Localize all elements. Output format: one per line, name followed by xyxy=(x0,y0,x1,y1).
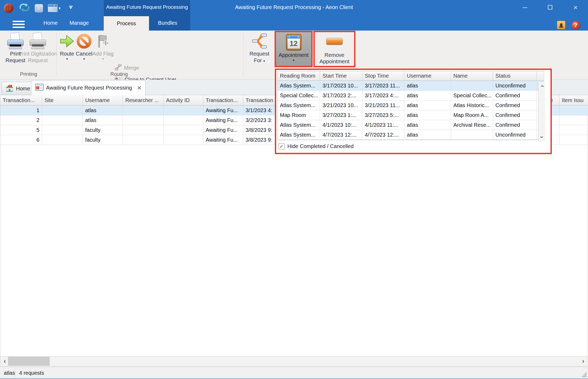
cell xyxy=(123,106,164,115)
notification-icon[interactable] xyxy=(557,21,565,29)
column-header[interactable]: Reading Room xyxy=(278,71,320,81)
cell xyxy=(560,115,588,125)
column-header[interactable]: Username xyxy=(404,71,451,81)
request-for-button[interactable]: Request For ▾ xyxy=(242,32,277,64)
scrollbar-corner[interactable] xyxy=(537,71,544,81)
scroll-right-icon[interactable]: › xyxy=(579,356,587,366)
appointment-calendar-icon: 12 xyxy=(286,34,301,50)
table-row[interactable]: Atlas System...4/1/2023 10:...4/1/2023 1… xyxy=(278,120,544,130)
cell xyxy=(451,81,493,91)
scroll-down-icon[interactable]: › xyxy=(539,133,545,141)
doc-tab-home[interactable]: Home xyxy=(2,82,34,95)
remove-appointment-button[interactable]: Remove Appointment xyxy=(313,31,355,67)
home-icon xyxy=(6,84,14,93)
cell: atlas xyxy=(404,120,451,130)
cell: faculty xyxy=(83,135,123,145)
column-header[interactable]: Researcher ... xyxy=(123,95,164,106)
cell: Map Room xyxy=(278,110,320,120)
tab-manage[interactable]: Manage xyxy=(65,16,93,30)
cell: atlas xyxy=(404,100,451,110)
add-flag-button[interactable]: Add Flag ▾ xyxy=(86,32,120,61)
tab-home[interactable]: Home xyxy=(36,16,65,30)
status-username: atlas xyxy=(4,370,15,376)
appointment-dropdown: Reading RoomStart TimeStop TimeUsernameN… xyxy=(275,69,552,154)
appointment-table: Reading RoomStart TimeStop TimeUsernameN… xyxy=(277,71,544,140)
minimize-button[interactable] xyxy=(517,2,533,13)
route-all-icon[interactable]: » xyxy=(35,4,43,12)
cell: Confirmed xyxy=(493,100,537,110)
cell: 3/17/2023 11... xyxy=(362,81,404,91)
cell: Atlas System... xyxy=(278,130,320,140)
column-header[interactable]: Stop Time xyxy=(362,71,404,81)
column-header[interactable]: Transaction... xyxy=(203,95,243,106)
cell: Unconfirmed xyxy=(493,81,537,91)
cell xyxy=(123,125,164,135)
chevron-down-icon: ▾ xyxy=(263,59,265,63)
cell: Confirmed xyxy=(493,120,537,130)
scroll-left-icon[interactable]: ‹ xyxy=(1,356,9,366)
close-button[interactable]: × xyxy=(568,2,583,13)
column-header[interactable]: Name xyxy=(451,71,493,81)
table-row[interactable]: Atlas System...4/7/2023 12:...4/7/2023 1… xyxy=(278,130,544,140)
refresh-icon[interactable] xyxy=(19,3,30,13)
table-row[interactable]: Atlas System...3/21/2023 10...3/21/2023 … xyxy=(278,100,544,110)
cell: 3/27/2023 5:... xyxy=(362,110,404,120)
column-header[interactable]: Username xyxy=(83,95,123,106)
column-header[interactable]: Start Time xyxy=(320,71,362,81)
scroll-up-icon[interactable]: › xyxy=(539,82,545,90)
horizontal-scrollbar[interactable]: ‹ › xyxy=(0,356,588,366)
cell xyxy=(123,135,164,145)
cell: 4/1/2023 11:... xyxy=(362,120,404,130)
column-header[interactable]: Item Issu xyxy=(560,95,588,106)
cell: Special Collec... xyxy=(451,91,493,100)
cell xyxy=(560,135,588,145)
column-header[interactable]: Activity ID xyxy=(164,95,203,106)
doc-tab-awaiting-future-request-processing[interactable]: A Awaiting Future Request Processing × xyxy=(31,80,146,95)
cell xyxy=(451,130,493,140)
status-bar: atlas 4 requests xyxy=(0,367,588,379)
table-row[interactable]: Atlas System...3/17/2023 10...3/17/2023 … xyxy=(278,81,544,91)
cell: 3/17/2023 4:... xyxy=(362,91,404,100)
help-icon[interactable]: ? xyxy=(571,21,580,30)
svg-text:A: A xyxy=(37,87,38,89)
routing-group-label: Routing xyxy=(101,71,137,77)
chevron-down-icon[interactable]: ▾ xyxy=(59,6,61,11)
tab-bundles[interactable]: Bundles xyxy=(145,16,190,30)
table-row[interactable]: Special Collec...3/17/2023 2:...3/17/202… xyxy=(278,91,544,100)
menu-icon[interactable] xyxy=(13,21,25,30)
cell: Atlas System... xyxy=(278,81,320,91)
cell: Confirmed xyxy=(493,110,537,120)
chevron-down-icon: ▾ xyxy=(83,57,85,61)
qat-customize-icon[interactable] xyxy=(69,6,73,10)
column-header[interactable]: Transaction... xyxy=(0,95,42,106)
cell: Atlas System... xyxy=(278,100,320,110)
vertical-scrollbar[interactable]: › › xyxy=(538,82,545,141)
cell: 3/21/2023 10... xyxy=(320,100,362,110)
cell xyxy=(42,115,83,125)
appointment-button[interactable]: 12 Appointment ▾ xyxy=(275,31,313,67)
column-header[interactable]: Site xyxy=(42,95,83,106)
hide-completed-checkbox[interactable]: ✓ xyxy=(279,144,284,149)
printer-disabled-icon xyxy=(29,32,47,50)
app-logo-icon[interactable] xyxy=(4,3,13,13)
table-row[interactable]: Map Room3/27/2023 1:...3/27/2023 5:...at… xyxy=(278,110,544,120)
resize-grip[interactable] xyxy=(582,373,586,377)
cell xyxy=(164,125,203,135)
open-form-icon[interactable] xyxy=(48,4,57,12)
cell: 3/17/2023 10... xyxy=(320,81,362,91)
cell: atlas xyxy=(83,115,123,125)
cell: atlas xyxy=(404,81,451,91)
request-for-icon xyxy=(252,32,267,50)
request-form-icon: A xyxy=(35,84,44,92)
cell xyxy=(42,125,83,135)
close-tab-icon[interactable]: × xyxy=(137,85,141,91)
tab-process[interactable]: Process xyxy=(104,16,149,31)
maximize-button[interactable] xyxy=(542,2,558,13)
merge-button[interactable]: Merge xyxy=(114,64,139,71)
scrollbar-thumb[interactable] xyxy=(8,357,50,366)
cell xyxy=(42,135,83,145)
remove-appointment-icon xyxy=(326,38,343,45)
flag-icon xyxy=(96,32,110,50)
appointment-body: Atlas System...3/17/2023 10...3/17/2023 … xyxy=(278,81,544,140)
column-header[interactable]: Status xyxy=(493,71,537,81)
